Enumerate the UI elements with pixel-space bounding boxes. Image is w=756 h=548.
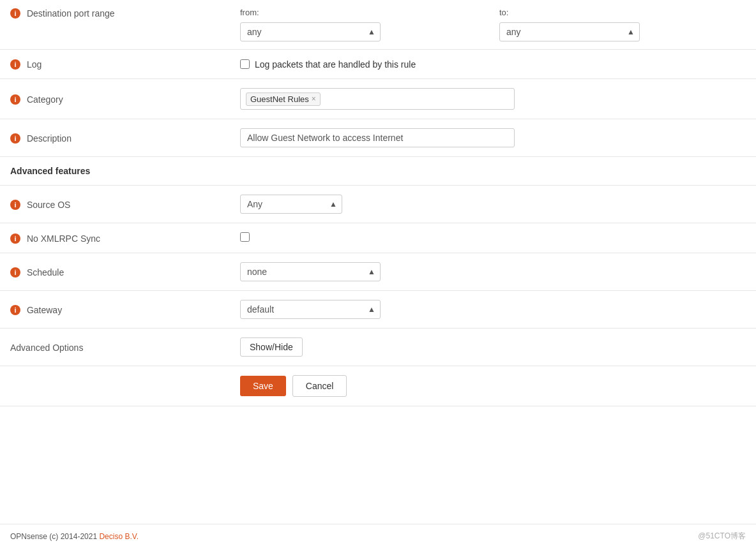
gateway-row: i Gateway default ▲ [0, 291, 756, 329]
description-input[interactable] [240, 128, 515, 147]
advanced-features-row: Advanced features [0, 157, 756, 186]
destination-port-range-value-cell: from: any ▲ to: any [230, 0, 756, 50]
gateway-select-wrapper: default ▲ [240, 300, 381, 319]
footer-watermark: @51CTO博客 [698, 531, 746, 542]
category-tag-value: GuestNet Rules [250, 94, 309, 104]
category-label-cell: i Category [0, 79, 230, 119]
footer-copyright: OPNsense (c) 2014-2021 [10, 532, 99, 541]
destination-port-range-row: i Destination port range from: any ▲ [0, 0, 756, 50]
advanced-options-value-cell: Show/Hide [230, 329, 756, 366]
save-cancel-row: Save Cancel [0, 366, 756, 406]
port-from-select[interactable]: any [240, 22, 381, 41]
destination-port-range-info-icon: i [10, 8, 20, 19]
no-xmlrpc-sync-checkbox[interactable] [240, 232, 250, 242]
no-xmlrpc-sync-label: No XMLRPC Sync [27, 233, 100, 244]
form-table: i Destination port range from: any ▲ [0, 0, 756, 406]
gateway-value-cell: default ▲ [230, 291, 756, 329]
schedule-label-cell: i Schedule [0, 253, 230, 291]
no-xmlrpc-sync-value-cell [230, 223, 756, 253]
source-os-select-wrapper: Any ▲ [240, 195, 342, 214]
schedule-row: i Schedule none ▲ [0, 253, 756, 291]
description-label-cell: i Description [0, 119, 230, 157]
category-tag: GuestNet Rules × [246, 93, 321, 106]
destination-port-range-label-cell: i Destination port range [0, 0, 230, 50]
source-os-value-cell: Any ▲ [230, 186, 756, 223]
gateway-label: Gateway [27, 305, 62, 315]
category-tag-input[interactable]: GuestNet Rules × [240, 88, 515, 110]
log-checkbox-label[interactable]: Log packets that are handled by this rul… [240, 59, 746, 70]
port-from-select-wrapper: any ▲ [240, 22, 381, 41]
save-cancel-label-cell [0, 366, 230, 406]
source-os-select[interactable]: Any [240, 195, 342, 214]
description-row: i Description [0, 119, 756, 157]
footer-left: OPNsense (c) 2014-2021 Deciso B.V. [10, 532, 139, 541]
no-xmlrpc-sync-label-cell: i No XMLRPC Sync [0, 223, 230, 253]
advanced-features-label: Advanced features [10, 166, 90, 176]
source-os-label-cell: i Source OS [0, 186, 230, 223]
gateway-label-cell: i Gateway [0, 291, 230, 329]
source-os-info-icon: i [10, 200, 20, 210]
description-label: Description [27, 133, 72, 144]
log-value-cell: Log packets that are handled by this rul… [230, 50, 756, 79]
port-to-select-wrapper: any ▲ [499, 22, 640, 41]
footer: OPNsense (c) 2014-2021 Deciso B.V. @51CT… [0, 524, 756, 548]
description-value-cell [230, 119, 756, 157]
schedule-info-icon: i [10, 267, 20, 278]
schedule-value-cell: none ▲ [230, 253, 756, 291]
port-range-container: from: any ▲ to: any [240, 8, 746, 41]
schedule-label: Schedule [27, 267, 64, 278]
log-checkbox-text: Log packets that are handled by this rul… [255, 59, 416, 70]
gateway-info-icon: i [10, 305, 20, 315]
log-info-icon: i [10, 59, 20, 70]
source-os-row: i Source OS Any ▲ [0, 186, 756, 223]
gateway-select[interactable]: default [240, 300, 381, 319]
show-hide-button[interactable]: Show/Hide [240, 337, 303, 357]
log-row: i Log Log packets that are handled by th… [0, 50, 756, 79]
category-info-icon: i [10, 94, 20, 105]
save-button[interactable]: Save [240, 376, 286, 396]
category-label: Category [27, 94, 63, 105]
log-label-cell: i Log [0, 50, 230, 79]
schedule-select-wrapper: none ▲ [240, 262, 381, 281]
advanced-options-label: Advanced Options [10, 343, 83, 353]
destination-port-range-label: Destination port range [27, 8, 115, 19]
category-value-cell: GuestNet Rules × [230, 79, 756, 119]
advanced-features-label-cell: Advanced features [0, 157, 756, 186]
category-row: i Category GuestNet Rules × [0, 79, 756, 119]
port-from-label: from: [240, 8, 487, 17]
log-label: Log [27, 59, 42, 70]
footer-link[interactable]: Deciso B.V. [99, 532, 139, 541]
description-info-icon: i [10, 133, 20, 144]
port-to-label: to: [499, 8, 746, 17]
source-os-label: Source OS [27, 200, 70, 210]
advanced-options-label-cell: Advanced Options [0, 329, 230, 366]
port-from-section: from: any ▲ [240, 8, 487, 41]
schedule-select[interactable]: none [240, 262, 381, 281]
cancel-button[interactable]: Cancel [292, 375, 347, 397]
category-tag-remove-icon[interactable]: × [312, 94, 316, 103]
save-cancel-value-cell: Save Cancel [230, 366, 756, 406]
log-checkbox[interactable] [240, 59, 250, 69]
main-content: i Destination port range from: any ▲ [0, 0, 756, 524]
no-xmlrpc-sync-row: i No XMLRPC Sync [0, 223, 756, 253]
no-xmlrpc-sync-info-icon: i [10, 233, 20, 244]
advanced-options-row: Advanced Options Show/Hide [0, 329, 756, 366]
port-to-section: to: any ▲ [499, 8, 746, 41]
port-to-select[interactable]: any [499, 22, 640, 41]
